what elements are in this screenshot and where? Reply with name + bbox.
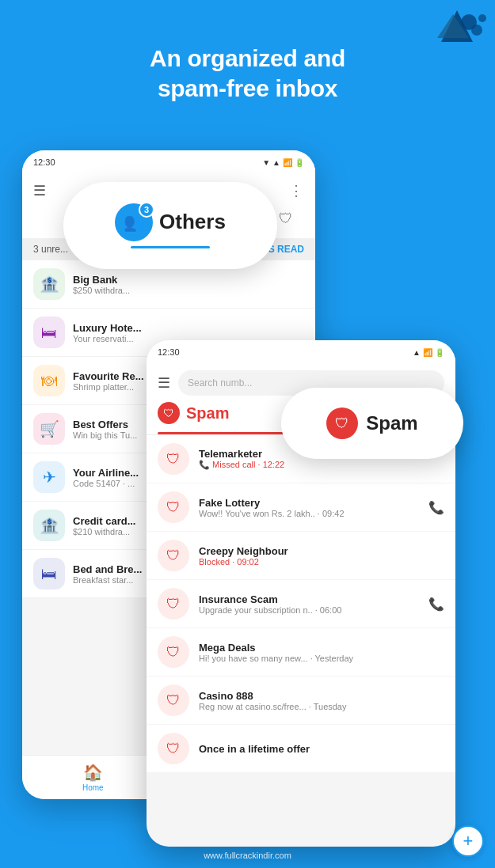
spam-caller-name: Once in a lifetime offer: [199, 743, 444, 755]
list-item[interactable]: 🛡 Fake Lottery Wow!! You've won Rs. 2 la…: [147, 483, 455, 532]
spam-status-bar: 12:30 ▲ 📶 🔋: [147, 340, 455, 364]
spam-call-detail: Reg now at casino.sc/free... · Tuesday: [199, 702, 444, 711]
zoom-others-underline: [131, 246, 210, 248]
msg-name: Luxury Hote...: [73, 322, 304, 334]
call-icon-container: 📞: [428, 597, 444, 612]
watermark-text: www.fullcrackindir.com: [204, 851, 291, 860]
spam-avatar: 🛡: [158, 684, 189, 716]
main-time: 12:30: [33, 157, 55, 167]
spam-avatar: 🛡: [158, 733, 189, 764]
nav-home-label: Home: [82, 783, 104, 792]
call-icon-container: 📞: [428, 500, 444, 515]
main-status-icons: ▼ ▲ 📶 🔋: [262, 158, 304, 167]
hamburger-icon[interactable]: ☰: [33, 182, 46, 199]
spam-call-detail: Hi! you have so many new... · Yesterday: [199, 654, 444, 663]
avatar: ✈: [33, 461, 65, 493]
spam-call-detail: Blocked · 09:02: [199, 557, 444, 567]
zoom-others-content: 👥 3 Others: [115, 203, 226, 248]
spam-hamburger-icon[interactable]: ☰: [158, 374, 170, 392]
avatar: 🛏: [33, 316, 65, 348]
unread-count: 3 unre...: [33, 244, 68, 255]
spam-avatar: 🛡: [158, 443, 189, 475]
avatar: 🍽: [33, 365, 65, 396]
call-icon: 📞: [428, 500, 444, 515]
spam-avatar: 🛡: [158, 588, 189, 620]
spam-content: Mega Deals Hi! you have so many new... ·…: [199, 642, 444, 663]
avatar: 🛏: [33, 558, 65, 589]
spam-call-detail: 📞 Missed call · 12:22: [199, 460, 444, 470]
zoom-others-row: 👥 3 Others: [115, 203, 226, 241]
list-item[interactable]: 🛡 Casino 888 Reg now at casino.sc/free..…: [147, 677, 455, 725]
zoom-bubble-spam: 🛡 Spam: [281, 388, 463, 459]
spam-time: 12:30: [158, 347, 180, 357]
msg-name: Big Bank: [73, 274, 304, 286]
list-item[interactable]: 🛡 Mega Deals Hi! you have so many new...…: [147, 628, 455, 677]
spam-avatar: 🛡: [158, 491, 189, 523]
more-options-icon[interactable]: ⋮: [289, 182, 304, 199]
zoom-spam-label: Spam: [366, 412, 417, 434]
fab-plus-button[interactable]: +: [452, 825, 484, 857]
spam-shield-icon: 🛡: [158, 402, 180, 424]
spam-avatar: 🛡: [158, 540, 189, 571]
spam-caller-name: Creepy Neighbour: [199, 545, 444, 557]
spam-caller-name: Casino 888: [199, 690, 444, 702]
spam-caller-name: Insurance Scam: [199, 593, 428, 605]
home-icon: 🏠: [83, 763, 103, 782]
zoom-spam-icon: 🛡: [326, 407, 358, 439]
spam-search-placeholder: Search numb...: [188, 377, 252, 389]
spam-call-detail: Upgrade your subscription n.. · 06:00: [199, 605, 428, 615]
main-status-bar: 12:30 ▼ ▲ 📶 🔋: [22, 150, 315, 174]
spam-avatar: 🛡: [158, 636, 189, 668]
msg-content: Big Bank $250 withdra...: [73, 274, 304, 295]
spam-call-detail: Wow!! You've won Rs. 2 lakh.. · 09:42: [199, 509, 428, 518]
spam-content: Casino 888 Reg now at casino.sc/free... …: [199, 690, 444, 711]
zoom-bubble-others: 👥 3 Others: [63, 182, 277, 269]
svg-point-2: [471, 25, 482, 36]
zoom-others-label: Others: [159, 210, 226, 234]
spam-status-icons: ▲ 📶 🔋: [413, 348, 444, 357]
msg-preview: $250 withdra...: [73, 286, 304, 295]
spam-content: Insurance Scam Upgrade your subscription…: [199, 593, 428, 615]
fab-plus-icon: +: [463, 831, 474, 851]
avatar: 🛒: [33, 413, 65, 445]
zoom-spam-content: 🛡 Spam: [326, 407, 417, 439]
spam-tab-text: Spam: [186, 404, 229, 423]
shield-icon[interactable]: 🛡: [279, 210, 293, 227]
spam-content: Creepy Neighbour Blocked · 09:02: [199, 545, 444, 567]
list-item[interactable]: 🛡 Once in a lifetime offer: [147, 725, 455, 773]
list-item[interactable]: 🛡 Insurance Scam Upgrade your subscripti…: [147, 580, 455, 628]
avatar: 🏦: [33, 268, 65, 300]
hero-headline: An organized and spam-free inbox: [0, 44, 495, 103]
spam-caller-name: Fake Lottery: [199, 497, 428, 509]
zoom-others-icon: 👥 3: [115, 203, 153, 241]
spam-content: Once in a lifetime offer: [199, 743, 444, 755]
spam-caller-name: Mega Deals: [199, 642, 444, 654]
zoom-others-badge: 3: [139, 202, 154, 218]
spam-call-list: 🛡 Telemarketer 📞 Missed call · 12:22 🛡 F…: [147, 435, 455, 773]
nav-home[interactable]: 🏠 Home: [82, 763, 104, 792]
avatar: 🏦: [33, 510, 65, 541]
list-item[interactable]: 🛡 Creepy Neighbour Blocked · 09:02: [147, 532, 455, 580]
call-icon: 📞: [428, 597, 444, 612]
spam-content: Fake Lottery Wow!! You've won Rs. 2 lakh…: [199, 497, 428, 518]
svg-point-3: [478, 14, 486, 22]
